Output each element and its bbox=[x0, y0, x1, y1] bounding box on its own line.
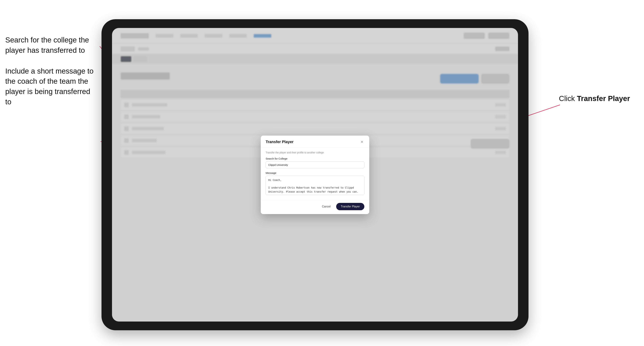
annotation-transfer-label: Transfer Player bbox=[577, 94, 630, 103]
annotation-search-text: Search for the college the player has tr… bbox=[5, 35, 98, 56]
transfer-player-modal: Transfer Player ✕ Transfer the player an… bbox=[261, 136, 369, 214]
search-college-label: Search for College bbox=[266, 157, 364, 160]
modal-title: Transfer Player bbox=[266, 140, 294, 144]
close-icon[interactable]: ✕ bbox=[360, 140, 364, 144]
modal-body: Transfer the player and their profile to… bbox=[261, 148, 369, 200]
message-label: Message bbox=[266, 172, 364, 174]
transfer-player-button[interactable]: Transfer Player bbox=[336, 203, 364, 210]
modal-footer: Cancel Transfer Player bbox=[261, 200, 369, 214]
annotation-message-text: Include a short message to the coach of … bbox=[5, 66, 98, 107]
annotation-right: Click Transfer Player bbox=[559, 94, 630, 103]
tablet-screen: Transfer Player ✕ Transfer the player an… bbox=[112, 28, 518, 322]
search-college-input[interactable] bbox=[266, 162, 364, 168]
cancel-button[interactable]: Cancel bbox=[319, 203, 334, 210]
message-textarea[interactable]: Hi Coach, I understand Chris Robertson h… bbox=[266, 176, 364, 195]
tablet-device: Transfer Player ✕ Transfer the player an… bbox=[102, 19, 528, 330]
modal-header: Transfer Player ✕ bbox=[261, 136, 369, 148]
modal-description: Transfer the player and their profile to… bbox=[266, 151, 364, 154]
annotation-left: Search for the college the player has tr… bbox=[5, 35, 98, 107]
modal-overlay: Transfer Player ✕ Transfer the player an… bbox=[112, 28, 518, 322]
